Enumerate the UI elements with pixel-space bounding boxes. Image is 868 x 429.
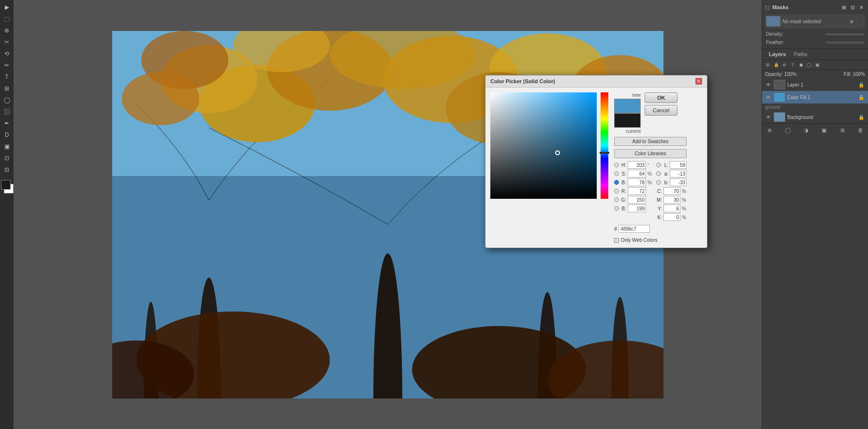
- layer-2-lock-icon[interactable]: 🔒: [857, 93, 865, 101]
- K-input[interactable]: [663, 213, 680, 221]
- canvas-area[interactable]: Color Picker (Solid Color) ✕: [14, 0, 762, 429]
- density-row: Density:: [765, 30, 865, 38]
- masks-close-icon[interactable]: ✕: [857, 3, 865, 11]
- layer-2-visibility-icon[interactable]: 👁: [765, 94, 772, 101]
- mask-link-icon[interactable]: ⊕: [848, 17, 855, 25]
- foreground-color[interactable]: [1, 180, 11, 190]
- b3-radio[interactable]: [656, 180, 661, 185]
- tool-icon-13[interactable]: ▣: [1, 141, 12, 152]
- r-input[interactable]: [628, 187, 646, 195]
- layer-bg-visibility-icon[interactable]: 👁: [765, 114, 772, 120]
- s-input[interactable]: [628, 170, 646, 178]
- g-input[interactable]: [628, 196, 646, 204]
- blend-mode-icon[interactable]: ⊞: [764, 61, 772, 69]
- mask-add-icon[interactable]: ◼: [797, 61, 805, 69]
- tool-icon-5[interactable]: ⟲: [1, 48, 12, 59]
- new-label: new: [632, 92, 641, 98]
- layers-header: Layers Paths: [762, 49, 868, 60]
- b2-radio[interactable]: [614, 206, 619, 211]
- g-radio[interactable]: [614, 197, 619, 202]
- gradient-canvas[interactable]: [490, 92, 597, 199]
- paths-tab[interactable]: Paths: [790, 50, 811, 58]
- tool-icon-7[interactable]: T: [1, 72, 12, 82]
- add-group-icon[interactable]: ▣: [820, 126, 828, 134]
- layers-tab[interactable]: Layers: [765, 50, 790, 58]
- M-row: M: %: [656, 196, 687, 204]
- b2-input[interactable]: [628, 205, 646, 212]
- add-layer-icon[interactable]: ⊞: [838, 126, 847, 134]
- hex-input[interactable]: [618, 225, 650, 233]
- tool-icon-15[interactable]: ⊟: [1, 164, 12, 175]
- color-gradient-picker[interactable]: [490, 92, 597, 199]
- layer-2-name: Color Fill 1: [787, 95, 855, 100]
- r-radio[interactable]: [614, 189, 619, 193]
- add-adjustment-icon[interactable]: ◑: [802, 126, 810, 134]
- M-input[interactable]: [663, 196, 680, 204]
- web-colors-checkbox[interactable]: [614, 238, 619, 243]
- layer-row-bg[interactable]: 👁 Background 🔒: [762, 111, 868, 123]
- density-slider[interactable]: [825, 33, 864, 35]
- hue-slider[interactable]: [601, 92, 608, 199]
- b3-input[interactable]: [670, 178, 687, 186]
- h-unit: °: [647, 163, 649, 167]
- tool-icon-10[interactable]: ⬛: [1, 106, 12, 117]
- dialog-close-button[interactable]: ✕: [695, 78, 702, 85]
- dialog-body: new current OK Cancel Add to Swatches: [485, 88, 707, 248]
- layer-1-visibility-icon[interactable]: 👁: [765, 81, 772, 88]
- delete-layer-icon[interactable]: 🗑: [856, 126, 865, 134]
- opacity-value[interactable]: 100%: [784, 72, 797, 77]
- add-to-swatches-button[interactable]: Add to Swatches: [614, 137, 687, 146]
- tool-icon-4[interactable]: ✂: [1, 37, 12, 47]
- adjustment-icon[interactable]: ◯: [805, 61, 813, 69]
- hue-radio[interactable]: [614, 163, 619, 167]
- layer-row-2[interactable]: 👁 Color Fill 1 🔒: [762, 91, 868, 104]
- mask-action-icons: ⊕ ⬛: [848, 17, 864, 25]
- eyedropper-icon[interactable]: ✒: [1, 118, 12, 129]
- fx-icon[interactable]: T: [789, 61, 796, 69]
- color-libraries-button[interactable]: Color Libraries: [614, 149, 687, 158]
- tool-icon-1[interactable]: ▶: [1, 2, 12, 13]
- layer-bg-lock-icon[interactable]: 🔒: [857, 113, 865, 121]
- b-radio[interactable]: [614, 180, 619, 185]
- masks-resize-icon[interactable]: ⊞: [840, 3, 848, 11]
- tool-icon-2[interactable]: ⬚: [1, 14, 12, 24]
- b-input[interactable]: [628, 178, 646, 186]
- tool-icon-9[interactable]: ◯: [1, 95, 12, 105]
- a-radio[interactable]: [656, 171, 661, 176]
- s-radio[interactable]: [614, 171, 619, 176]
- tool-icon-14[interactable]: ⊡: [1, 153, 12, 163]
- feather-slider[interactable]: [825, 42, 864, 44]
- a-input[interactable]: [670, 170, 687, 178]
- layer-1-lock-icon[interactable]: 🔒: [857, 81, 865, 89]
- ground-label: ground: [762, 104, 868, 111]
- masks-panel-header: ⬚ Masks ⊞ ⊡ ✕: [765, 2, 865, 13]
- layer-row-1[interactable]: 👁 Layer 1 🔒: [762, 78, 868, 91]
- mask-delete-icon[interactable]: ⬛: [856, 17, 864, 25]
- C-input[interactable]: [663, 187, 680, 195]
- add-style-icon[interactable]: ⊕: [765, 126, 774, 134]
- link-icon[interactable]: ⊕: [780, 61, 788, 69]
- M-unit: %: [682, 197, 687, 203]
- ok-button[interactable]: OK: [645, 92, 677, 103]
- tool-icon-3[interactable]: ⊕: [1, 25, 12, 36]
- Y-input[interactable]: [663, 205, 680, 212]
- group-icon[interactable]: ▣: [813, 61, 821, 69]
- tool-icon-6[interactable]: ✏: [1, 60, 12, 71]
- opacity-area: Opacity: 100%: [765, 72, 796, 77]
- L-input[interactable]: [670, 161, 687, 169]
- fill-value[interactable]: 100%: [853, 72, 865, 77]
- dialog-title: Color Picker (Solid Color): [490, 78, 555, 84]
- masks-more-icon[interactable]: ⊡: [849, 3, 856, 11]
- tool-icon-12[interactable]: D: [1, 130, 12, 140]
- masks-header-icons: ⊞ ⊡ ✕: [840, 3, 865, 11]
- tool-icon-8[interactable]: ⊞: [1, 83, 12, 94]
- color-picker-dialog: Color Picker (Solid Color) ✕: [485, 75, 707, 248]
- Y-label: Y:: [656, 206, 662, 211]
- hue-slider-container[interactable]: [601, 92, 608, 199]
- h-input[interactable]: [628, 161, 646, 169]
- cancel-button[interactable]: Cancel: [645, 105, 677, 116]
- add-mask-icon[interactable]: ◯: [783, 126, 792, 134]
- color-swatch-area: [0, 180, 15, 194]
- lock-icon[interactable]: 🔒: [772, 61, 780, 69]
- L-radio[interactable]: [656, 163, 661, 167]
